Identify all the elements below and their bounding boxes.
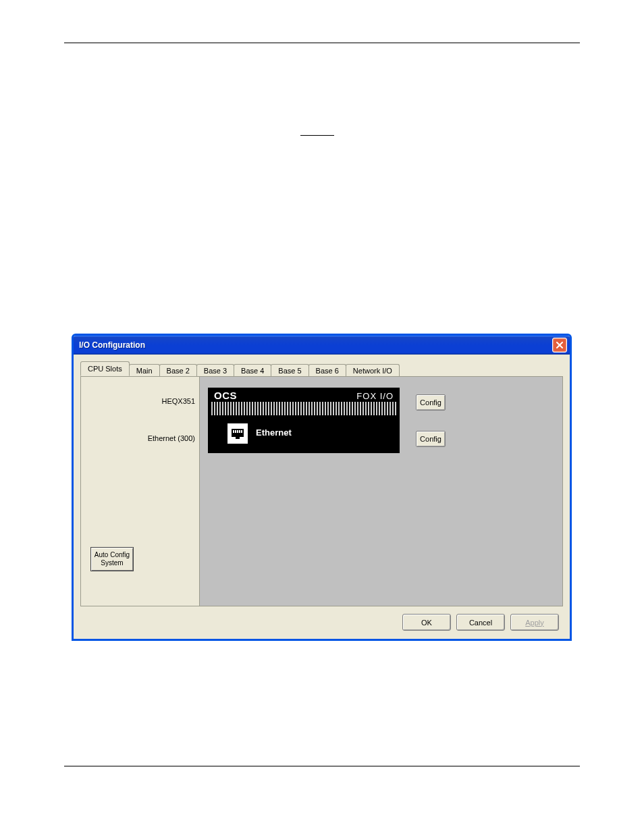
right-pane: OCS FOX I/O (200, 377, 562, 606)
tab-cpu-slots[interactable]: CPU Slots (80, 361, 130, 376)
svg-rect-6 (241, 430, 242, 433)
auto-config-system-button[interactable]: Auto Config System (90, 547, 134, 571)
window-title: I/O Configuration (79, 340, 145, 350)
ok-button[interactable]: OK (402, 614, 451, 631)
short-underline (300, 135, 334, 136)
close-button[interactable] (552, 338, 567, 353)
cancel-button[interactable]: Cancel (456, 614, 505, 631)
dialog-button-row: OK Cancel Apply (402, 614, 559, 631)
close-icon (556, 341, 564, 349)
config-button-label: Config (420, 435, 441, 443)
apply-button-label: Apply (525, 619, 544, 627)
tab-network-io[interactable]: Network I/O (346, 364, 400, 377)
ethernet-port-icon (227, 423, 248, 444)
apply-button: Apply (510, 614, 559, 631)
tab-strip: CPU Slots Main Base 2 Base 3 Base 4 Base… (80, 361, 563, 376)
slot-label-heqx351: HEQX351 (161, 397, 195, 405)
cancel-button-label: Cancel (469, 619, 492, 627)
tab-main[interactable]: Main (129, 364, 160, 377)
module-ocs-title: OCS (214, 390, 237, 401)
io-configuration-window: I/O Configuration CPU Slots Main Base 2 … (72, 334, 572, 641)
module-ocs-product: FOX I/O (356, 391, 394, 401)
config-button-row-1[interactable]: Config (416, 394, 446, 411)
svg-rect-3 (235, 430, 236, 433)
svg-rect-5 (239, 430, 240, 433)
tab-base-6[interactable]: Base 6 (308, 364, 346, 377)
module-ethernet: Ethernet (208, 418, 400, 453)
title-bar: I/O Configuration (74, 336, 570, 355)
slot-label-ethernet: Ethernet (300) (148, 434, 195, 442)
left-pane: HEQX351 Ethernet (300) Auto Config Syste… (81, 377, 200, 606)
tab-base-3[interactable]: Base 3 (196, 364, 234, 377)
module-ocs-vents (211, 402, 396, 415)
tab-base-2[interactable]: Base 2 (159, 364, 197, 377)
tab-base-4[interactable]: Base 4 (234, 364, 271, 377)
svg-rect-1 (236, 437, 240, 439)
ok-button-label: OK (421, 619, 432, 627)
tab-panel: HEQX351 Ethernet (300) Auto Config Syste… (80, 376, 563, 606)
config-button-row-2[interactable]: Config (416, 431, 446, 447)
page-bottom-rule (64, 766, 580, 766)
svg-rect-2 (233, 430, 234, 433)
auto-config-label: Auto Config System (91, 551, 133, 567)
page-top-rule (64, 43, 580, 43)
module-ocs: OCS FOX I/O (208, 388, 400, 418)
svg-rect-4 (237, 430, 238, 433)
tab-base-5[interactable]: Base 5 (271, 364, 308, 377)
config-button-label: Config (420, 398, 441, 407)
module-ethernet-label: Ethernet (256, 427, 292, 438)
client-area: CPU Slots Main Base 2 Base 3 Base 4 Base… (74, 355, 570, 639)
